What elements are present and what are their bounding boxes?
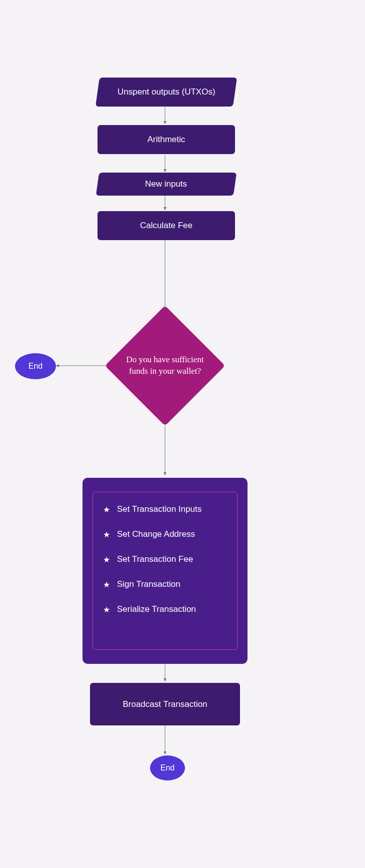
node-utxos-label: Unspent outputs (UTXOs) bbox=[118, 87, 216, 97]
star-icon: ★ bbox=[103, 505, 110, 514]
step-label: Serialize Transaction bbox=[117, 604, 196, 614]
node-arithmetic-label: Arithmetic bbox=[148, 135, 186, 145]
node-calculate-fee-label: Calculate Fee bbox=[140, 221, 192, 231]
steps-inner: ★ Set Transaction Inputs ★ Set Change Ad… bbox=[92, 492, 238, 650]
node-new-inputs: New inputs bbox=[96, 173, 236, 196]
steps-container: ★ Set Transaction Inputs ★ Set Change Ad… bbox=[82, 478, 248, 664]
node-broadcast-label: Broadcast Transaction bbox=[122, 699, 207, 709]
end-node-bottom-label: End bbox=[160, 763, 174, 772]
step-label: Set Transaction Inputs bbox=[117, 504, 202, 514]
node-utxos: Unspent outputs (UTXOs) bbox=[96, 78, 237, 107]
end-node-left: End bbox=[15, 353, 56, 379]
decision-label: Do you have sufficient funds in your wal… bbox=[122, 354, 208, 377]
decision-node: Do you have sufficient funds in your wal… bbox=[122, 323, 208, 408]
end-node-bottom: End bbox=[150, 755, 185, 780]
step-label: Set Change Address bbox=[117, 529, 195, 539]
star-icon: ★ bbox=[103, 605, 110, 614]
step-item-2: ★ Set Transaction Fee bbox=[103, 554, 227, 564]
step-item-4: ★ Serialize Transaction bbox=[103, 604, 227, 614]
step-item-0: ★ Set Transaction Inputs bbox=[103, 504, 227, 514]
node-new-inputs-label: New inputs bbox=[145, 179, 187, 189]
node-calculate-fee: Calculate Fee bbox=[98, 211, 235, 240]
star-icon: ★ bbox=[103, 555, 110, 564]
step-item-3: ★ Sign Transaction bbox=[103, 579, 227, 589]
end-node-left-label: End bbox=[28, 362, 42, 371]
node-arithmetic: Arithmetic bbox=[98, 125, 235, 154]
star-icon: ★ bbox=[103, 530, 110, 539]
step-item-1: ★ Set Change Address bbox=[103, 529, 227, 539]
step-label: Set Transaction Fee bbox=[117, 554, 193, 564]
step-label: Sign Transaction bbox=[117, 579, 180, 589]
node-broadcast: Broadcast Transaction bbox=[90, 683, 240, 725]
star-icon: ★ bbox=[103, 580, 110, 589]
